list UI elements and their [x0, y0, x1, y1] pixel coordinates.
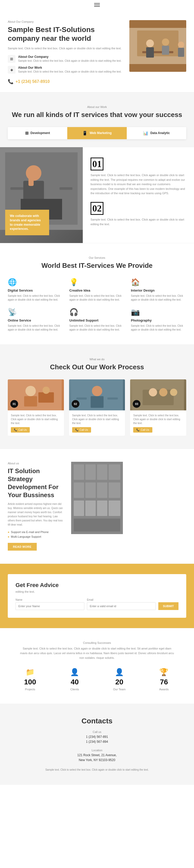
- svg-rect-16: [59, 187, 73, 190]
- svg-rect-28: [107, 398, 118, 400]
- process-num-1: 01: [10, 400, 18, 408]
- it-list-item-2: Multi-Language Support: [8, 535, 63, 538]
- step-1-number: 01: [90, 158, 104, 170]
- stat-clients: 40 Clients: [53, 668, 97, 691]
- svg-rect-42: [97, 483, 107, 498]
- consulting-tag: Consulting Successes: [8, 641, 186, 644]
- svg-rect-15: [10, 187, 23, 190]
- data-analytic-icon: 📊: [143, 131, 148, 135]
- svg-rect-39: [109, 464, 120, 480]
- tab-web-marketing[interactable]: 📱 Web Marketing: [67, 127, 127, 139]
- hero-tag: About Our Company: [8, 20, 124, 23]
- contacts-section: Contacts Call us 1 (234) 567-891 1 (234)…: [0, 704, 194, 785]
- services-title: World Best IT-Services We Provide: [8, 261, 186, 270]
- call-label: Call us: [8, 730, 186, 734]
- svg-rect-36: [74, 464, 84, 480]
- process-img-2: 02: [69, 379, 125, 410]
- collaborate-section: We collaborate with brands and agencies …: [0, 147, 194, 243]
- email-input[interactable]: [87, 602, 156, 610]
- call-icon-1: [14, 429, 17, 431]
- process-btn-2[interactable]: Call Us: [72, 427, 91, 433]
- hamburger-menu[interactable]: [94, 3, 100, 7]
- stat-clients-label: Clients: [71, 688, 79, 691]
- read-more-button[interactable]: READ MORE: [8, 543, 37, 551]
- submit-button[interactable]: SUBMIT: [158, 602, 178, 610]
- svg-rect-27: [76, 398, 87, 400]
- it-solution-list: Support via E-mail and Phone Multi-Langu…: [8, 530, 63, 538]
- service-creative: Creative Idea Sample text. Click to sele…: [69, 278, 125, 302]
- service-digital-text: Sample text. Click to select the text bo…: [8, 294, 63, 302]
- stat-team-number: 20: [115, 678, 123, 686]
- contacts-title: Contacts: [8, 717, 186, 725]
- step-2: 02 Sample text. Click to select the text…: [90, 202, 186, 226]
- hero-item-company: ⊞ About Our Company Sample text. Click t…: [8, 55, 124, 63]
- svg-rect-37: [85, 464, 96, 480]
- projects-icon: [26, 668, 35, 676]
- stat-awards-label: Awards: [159, 688, 169, 691]
- hero-item-company-desc: Sample text. Click to select the text bo…: [18, 59, 121, 63]
- about-work-title: We run all kinds of IT services that vow…: [8, 111, 186, 119]
- service-tabs: ⊞ Development 📱 Web Marketing 📊 Data Ana…: [8, 127, 186, 139]
- service-creative-text: Sample text. Click to select the text bo…: [69, 294, 125, 302]
- advice-section: Get Free Advice editing the text. Name E…: [0, 564, 194, 628]
- svg-rect-9: [129, 20, 186, 28]
- svg-rect-8: [178, 48, 184, 57]
- name-label: Name: [16, 598, 84, 601]
- hero-phone[interactable]: +1 (234) 567-8910: [8, 79, 124, 85]
- consulting-section: Consulting Successes Sample text. Click …: [0, 628, 194, 704]
- hero-item-work: ◈ About Our Work Sample text. Click to s…: [8, 66, 124, 73]
- tab-data-analytic-label: Data Analytic: [150, 131, 170, 135]
- process-btn-3[interactable]: Call Us: [133, 427, 152, 433]
- svg-point-31: [149, 388, 157, 396]
- process-text-1: Sample text. Click to select the text bo…: [11, 413, 61, 425]
- stat-team: 20 Our Team: [97, 668, 142, 691]
- it-solution-title: IT Solution Strategy Development For You…: [8, 467, 63, 499]
- step-1-text: Sample text. Click to select the text bo…: [90, 173, 186, 196]
- svg-rect-30: [143, 390, 174, 405]
- phone-1[interactable]: 1 (234) 567-891: [8, 735, 186, 739]
- advice-inner: Get Free Advice editing the text. Name E…: [8, 574, 186, 618]
- service-digital: Digital Services Sample text. Click to s…: [8, 278, 63, 302]
- service-support-title: Unlimited Support: [69, 318, 125, 322]
- tab-data-analytic[interactable]: 📊 Data Analytic: [127, 127, 186, 139]
- stat-projects: 100 Projects: [8, 668, 53, 691]
- web-marketing-icon: 📱: [82, 131, 87, 135]
- svg-rect-10: [129, 64, 186, 72]
- phone-2[interactable]: 1 (234) 567-894: [8, 739, 186, 744]
- digital-services-icon: [8, 278, 63, 286]
- service-creative-title: Creative Idea: [69, 288, 125, 292]
- contacts-bottom-text: Sample text. Click to select the text bo…: [32, 768, 162, 772]
- svg-point-23: [43, 386, 50, 394]
- contact-call-group: Call us 1 (234) 567-891 1 (234) 567-894: [8, 730, 186, 744]
- stat-clients-number: 40: [71, 678, 79, 686]
- collaborate-overlay-text: We collaborate with brands and agencies …: [10, 214, 45, 231]
- email-field: Email: [87, 598, 156, 610]
- advice-form: Name Email SUBMIT: [16, 598, 178, 610]
- service-support-text: Sample text. Click to select the text bo…: [69, 324, 125, 332]
- hero-item-company-title: About Our Company: [18, 55, 121, 59]
- svg-point-33: [170, 389, 177, 396]
- stat-projects-number: 100: [24, 678, 36, 686]
- stat-awards-number: 76: [160, 678, 168, 686]
- hero-item-work-text: About Our Work Sample text. Click to sel…: [18, 66, 121, 73]
- service-photography-title: Photography: [131, 318, 186, 322]
- hero-item-work-desc: Sample text. Click to select the text bo…: [18, 70, 121, 73]
- team-icon: [115, 668, 124, 676]
- tab-development[interactable]: ⊞ Development: [8, 127, 67, 139]
- process-step-1: 01 Sample text. Click to select the text…: [8, 379, 64, 436]
- svg-rect-48: [74, 519, 120, 531]
- service-photography: Photography Sample text. Click to select…: [131, 308, 186, 332]
- svg-point-25: [92, 386, 102, 396]
- service-online-title: Online Service: [8, 318, 63, 322]
- clients-icon: [70, 668, 79, 676]
- creative-idea-icon: [69, 278, 125, 286]
- service-photography-text: Sample text. Click to select the text bo…: [131, 324, 186, 332]
- collaborate-content: 01 Sample text. Click to select the text…: [83, 147, 194, 243]
- name-input[interactable]: [16, 602, 84, 610]
- process-btn-1[interactable]: Call Us: [11, 427, 30, 433]
- svg-rect-38: [97, 464, 107, 480]
- services-tag: Our Services: [8, 256, 186, 259]
- svg-rect-6: [162, 46, 169, 55]
- svg-rect-4: [146, 47, 154, 58]
- phone-icon: [8, 79, 13, 85]
